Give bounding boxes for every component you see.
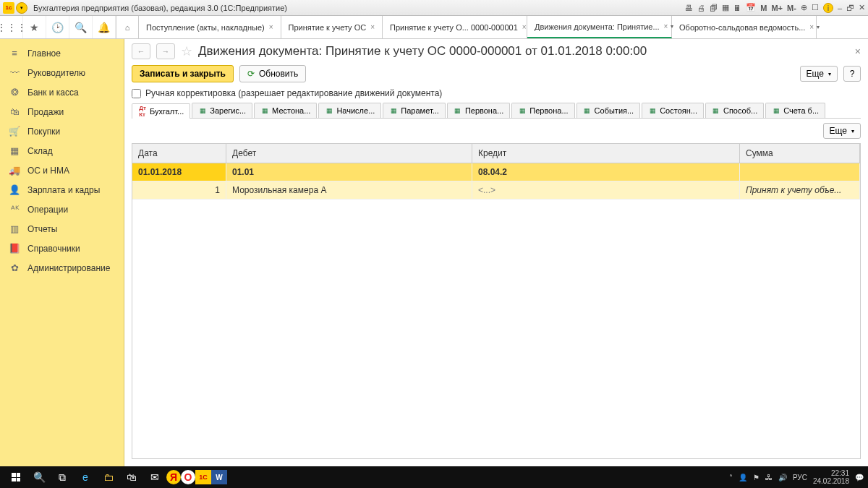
nav-back-button[interactable]: ← bbox=[132, 43, 150, 59]
subtab-pervona1[interactable]: ▦Первона... bbox=[447, 103, 510, 118]
refresh-button[interactable]: ⟳Обновить bbox=[239, 65, 306, 82]
close-icon[interactable]: × bbox=[664, 22, 668, 30]
store-icon[interactable]: 🛍 bbox=[120, 466, 143, 488]
tray-lang[interactable]: РУС bbox=[793, 474, 807, 481]
page-title: Движения документа: Принятие к учету ОС … bbox=[198, 44, 647, 59]
subtab-row: ДтКтБухгалт... ▦Зарегис... ▦Местона... ▦… bbox=[132, 103, 861, 119]
calendar-icon[interactable]: 📅 bbox=[746, 3, 756, 12]
subtab-sposob[interactable]: ▦Способ... bbox=[705, 103, 764, 118]
subtab-paramet[interactable]: ▦Парамет... bbox=[383, 103, 446, 118]
restore-icon[interactable]: 🗗 bbox=[846, 4, 854, 12]
app-menu-dropdown[interactable]: ▾ bbox=[16, 2, 27, 14]
opera-icon[interactable]: O bbox=[181, 470, 195, 484]
tab-dvizheniya[interactable]: Движения документа: Принятие...×▾ bbox=[527, 16, 672, 38]
tray-up-icon[interactable]: ˄ bbox=[729, 474, 733, 481]
truck-icon: 🚚 bbox=[9, 165, 20, 176]
close-icon[interactable]: ✕ bbox=[859, 3, 865, 12]
grid-more-button[interactable]: Еще ▾ bbox=[823, 123, 861, 139]
subtab-nachisle[interactable]: ▦Начисле... bbox=[318, 103, 381, 118]
manual-edit-checkbox[interactable] bbox=[132, 89, 141, 98]
window-title: Бухгалтерия предприятия (базовая), редак… bbox=[33, 4, 685, 12]
sidebar-item-operations[interactable]: ᴬᴷОперации bbox=[0, 200, 124, 219]
close-icon[interactable]: × bbox=[522, 23, 527, 31]
memory-mminus[interactable]: M- bbox=[787, 4, 796, 12]
memory-m[interactable]: M bbox=[760, 4, 767, 12]
grid-icon: ▦ bbox=[712, 106, 720, 115]
explorer-icon[interactable]: 🗀 bbox=[97, 466, 120, 488]
subtab-zaregis[interactable]: ▦Зарегис... bbox=[192, 103, 252, 118]
col-debit[interactable]: Дебет bbox=[226, 144, 472, 163]
col-date[interactable]: Дата bbox=[132, 144, 226, 163]
zoom-icon[interactable]: ⊕ bbox=[801, 3, 807, 12]
tab-osv[interactable]: Оборотно-сальдовая ведомость...×▾ bbox=[672, 16, 817, 38]
close-icon[interactable]: × bbox=[269, 23, 273, 31]
sidebar-item-purchases[interactable]: 🛒Покупки bbox=[0, 121, 124, 141]
close-icon[interactable]: × bbox=[809, 23, 814, 31]
print-icon[interactable]: 🖶 bbox=[685, 4, 693, 12]
col-credit[interactable]: Кредит bbox=[472, 144, 740, 163]
tray-network-icon[interactable]: 🖧 bbox=[765, 474, 773, 481]
sidebar-item-salary[interactable]: 👤Зарплата и кадры bbox=[0, 180, 124, 200]
subtab-mestona[interactable]: ▦Местона... bbox=[254, 103, 317, 118]
tab-prinyatie-1[interactable]: Принятие к учету ОС× bbox=[281, 16, 383, 38]
search-icon[interactable]: 🔍 bbox=[69, 16, 93, 38]
apps-icon[interactable]: ⋮⋮⋮ bbox=[0, 16, 23, 38]
favorite-star-icon[interactable]: ☆ bbox=[181, 43, 192, 59]
sidebar-item-admin[interactable]: ✿Администрирование bbox=[0, 258, 124, 278]
tab-postuplenie[interactable]: Поступление (акты, накладные)× bbox=[139, 16, 281, 38]
sidebar-item-reports[interactable]: ▥Отчеты bbox=[0, 219, 124, 239]
1c-icon[interactable]: 1C bbox=[195, 470, 211, 484]
data-grid[interactable]: Дата Дебет Кредит Сумма 01.01.2018 01.01… bbox=[132, 143, 861, 459]
subtab-scheta[interactable]: ▦Счета б... bbox=[765, 103, 825, 118]
subtab-bukhgalt[interactable]: ДтКтБухгалт... bbox=[132, 103, 190, 119]
doc-close-icon[interactable]: × bbox=[855, 46, 861, 57]
memory-mplus[interactable]: M+ bbox=[771, 4, 783, 12]
tray-people-icon[interactable]: 👤 bbox=[739, 474, 747, 481]
subtab-pervona2[interactable]: ▦Первона... bbox=[511, 103, 574, 118]
grid-icon: ▦ bbox=[198, 106, 207, 115]
tray-volume-icon[interactable]: 🔊 bbox=[778, 474, 787, 481]
notifications-icon[interactable]: 🔔 bbox=[93, 16, 116, 38]
minimize-icon[interactable]: – bbox=[838, 4, 842, 12]
home-button[interactable]: ⌂ bbox=[116, 16, 139, 38]
sidebar-item-stock[interactable]: ▦Склад bbox=[0, 141, 124, 160]
clock[interactable]: 22:31 24.02.2018 bbox=[813, 469, 849, 485]
sidebar-item-os[interactable]: 🚚ОС и НМА bbox=[0, 160, 124, 180]
info-icon[interactable]: i bbox=[823, 3, 833, 13]
subtab-sobytiya[interactable]: ▦События... bbox=[576, 103, 641, 118]
favorite-icon[interactable]: ★ bbox=[23, 16, 46, 38]
printer-icon[interactable]: 🖨 bbox=[697, 4, 705, 12]
calc-icon[interactable]: 🖩 bbox=[733, 4, 741, 12]
tray-flag-icon[interactable]: ⚑ bbox=[753, 474, 760, 481]
sidebar-item-manager[interactable]: 〰Руководителю bbox=[0, 63, 124, 82]
nav-forward-button[interactable]: → bbox=[156, 43, 175, 59]
sidebar-item-main[interactable]: ≡Главное bbox=[0, 43, 124, 63]
chevron-down-icon[interactable]: ▾ bbox=[817, 24, 820, 30]
more-button[interactable]: Еще ▾ bbox=[800, 66, 838, 82]
taskview-button[interactable]: ⧉ bbox=[51, 466, 74, 488]
col-sum[interactable]: Сумма bbox=[740, 144, 860, 163]
table-icon[interactable]: ▦ bbox=[722, 3, 729, 12]
edge-icon[interactable]: e bbox=[74, 466, 97, 488]
grid-icon: ▦ bbox=[454, 106, 462, 115]
start-button[interactable] bbox=[4, 466, 27, 488]
mail-icon[interactable]: ✉ bbox=[143, 466, 166, 488]
word-icon[interactable]: W bbox=[211, 470, 227, 484]
close-icon[interactable]: × bbox=[370, 23, 375, 31]
history-icon[interactable]: 🕑 bbox=[46, 16, 69, 38]
help-button[interactable]: ? bbox=[843, 66, 861, 82]
tab-prinyatie-2[interactable]: Принятие к учету О... 0000-000001× bbox=[383, 16, 527, 38]
sidebar-item-dictionaries[interactable]: 📕Справочники bbox=[0, 239, 124, 258]
table-row[interactable]: 01.01.2018 01.01 08.04.2 bbox=[132, 163, 860, 181]
yandex-icon[interactable]: Я bbox=[166, 470, 181, 484]
sidebar-item-sales[interactable]: 🛍Продажи bbox=[0, 102, 124, 121]
tray-notifications-icon[interactable]: 💬 bbox=[855, 474, 864, 481]
search-button[interactable]: 🔍 bbox=[27, 466, 51, 488]
grid-more-row: Еще ▾ bbox=[132, 123, 861, 139]
save-close-button[interactable]: Записать и закрыть bbox=[132, 65, 234, 82]
sidebar-item-bank[interactable]: ❂Банк и касса bbox=[0, 82, 124, 102]
table-row[interactable]: 1 Морозильная камера А <...> Принят к уч… bbox=[132, 181, 860, 200]
subtab-sostoyan[interactable]: ▦Состоян... bbox=[642, 103, 704, 118]
window-icon[interactable]: ☐ bbox=[812, 3, 819, 12]
compare-icon[interactable]: 🗐 bbox=[710, 4, 718, 12]
